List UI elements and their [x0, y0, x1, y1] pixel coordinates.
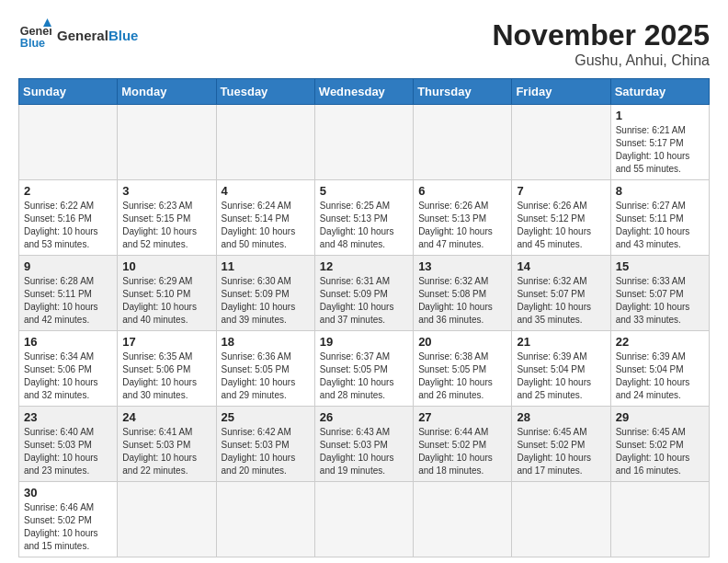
day-cell-27: 27Sunrise: 6:44 AMSunset: 5:02 PMDayligh… [414, 407, 512, 482]
day-info-21: Sunrise: 6:39 AMSunset: 5:04 PMDaylight:… [517, 350, 605, 402]
day-number-16: 16 [24, 335, 112, 349]
day-cell-30: 30Sunrise: 6:46 AMSunset: 5:02 PMDayligh… [19, 482, 118, 557]
day-number-26: 26 [320, 410, 408, 424]
day-number-23: 23 [24, 410, 112, 424]
day-cell-15: 15Sunrise: 6:33 AMSunset: 5:07 PMDayligh… [610, 256, 709, 331]
calendar: Sunday Monday Tuesday Wednesday Thursday… [18, 78, 710, 557]
day-cell-8: 8Sunrise: 6:27 AMSunset: 5:11 PMDaylight… [610, 180, 709, 256]
day-number-29: 29 [616, 410, 704, 424]
header-sunday: Sunday [19, 79, 118, 105]
svg-marker-2 [43, 18, 51, 27]
day-cell-12: 12Sunrise: 6:31 AMSunset: 5:09 PMDayligh… [314, 256, 413, 331]
day-info-2: Sunrise: 6:22 AMSunset: 5:16 PMDaylight:… [24, 200, 112, 251]
day-number-2: 2 [24, 184, 112, 198]
day-cell-10: 10Sunrise: 6:29 AMSunset: 5:10 PMDayligh… [118, 256, 216, 331]
header-saturday: Saturday [610, 79, 709, 105]
day-cell-13: 13Sunrise: 6:32 AMSunset: 5:08 PMDayligh… [414, 256, 512, 331]
day-info-25: Sunrise: 6:42 AMSunset: 5:03 PMDaylight:… [222, 426, 310, 477]
day-cell-3: 3Sunrise: 6:23 AMSunset: 5:15 PMDaylight… [118, 180, 216, 256]
day-cell-22: 22Sunrise: 6:39 AMSunset: 5:04 PMDayligh… [610, 331, 709, 407]
day-info-20: Sunrise: 6:38 AMSunset: 5:05 PMDaylight:… [418, 350, 506, 402]
day-info-10: Sunrise: 6:29 AMSunset: 5:10 PMDaylight:… [122, 275, 210, 327]
logo-text: GeneralBlue [57, 28, 138, 43]
day-info-7: Sunrise: 6:26 AMSunset: 5:12 PMDaylight:… [517, 200, 605, 251]
day-number-12: 12 [320, 259, 408, 273]
day-number-15: 15 [616, 259, 704, 273]
day-info-8: Sunrise: 6:27 AMSunset: 5:11 PMDaylight:… [616, 200, 704, 251]
logo: General Blue GeneralBlue [18, 18, 138, 52]
empty-cell [216, 482, 314, 557]
day-info-27: Sunrise: 6:44 AMSunset: 5:02 PMDaylight:… [418, 426, 506, 477]
day-info-15: Sunrise: 6:33 AMSunset: 5:07 PMDaylight:… [616, 275, 704, 327]
day-info-4: Sunrise: 6:24 AMSunset: 5:14 PMDaylight:… [222, 200, 310, 251]
day-number-24: 24 [122, 410, 210, 424]
day-info-22: Sunrise: 6:39 AMSunset: 5:04 PMDaylight:… [616, 350, 704, 402]
day-info-12: Sunrise: 6:31 AMSunset: 5:09 PMDaylight:… [320, 275, 408, 327]
day-number-19: 19 [320, 335, 408, 349]
day-number-20: 20 [418, 335, 506, 349]
empty-cell [610, 482, 709, 557]
calendar-row: 1Sunrise: 6:21 AMSunset: 5:17 PMDaylight… [19, 105, 710, 180]
day-number-4: 4 [222, 184, 310, 198]
title-area: November 2025 Gushu, Anhui, China [492, 18, 710, 69]
day-number-25: 25 [222, 410, 310, 424]
day-info-19: Sunrise: 6:37 AMSunset: 5:05 PMDaylight:… [320, 350, 408, 402]
calendar-row: 23Sunrise: 6:40 AMSunset: 5:03 PMDayligh… [19, 407, 710, 482]
day-number-5: 5 [320, 184, 408, 198]
day-number-21: 21 [517, 335, 605, 349]
day-info-18: Sunrise: 6:36 AMSunset: 5:05 PMDaylight:… [222, 350, 310, 402]
day-info-16: Sunrise: 6:34 AMSunset: 5:06 PMDaylight:… [24, 350, 112, 402]
day-info-14: Sunrise: 6:32 AMSunset: 5:07 PMDaylight:… [517, 275, 605, 327]
header: General Blue GeneralBlue November 2025 G… [18, 18, 710, 69]
empty-cell [118, 105, 216, 180]
day-info-26: Sunrise: 6:43 AMSunset: 5:03 PMDaylight:… [320, 426, 408, 477]
logo-icon: General Blue [18, 18, 51, 52]
day-cell-24: 24Sunrise: 6:41 AMSunset: 5:03 PMDayligh… [118, 407, 216, 482]
day-cell-2: 2Sunrise: 6:22 AMSunset: 5:16 PMDaylight… [19, 180, 118, 256]
day-number-30: 30 [24, 486, 112, 500]
location: Gushu, Anhui, China [492, 52, 710, 69]
day-cell-9: 9Sunrise: 6:28 AMSunset: 5:11 PMDaylight… [19, 256, 118, 331]
empty-cell [414, 482, 512, 557]
empty-cell [512, 105, 610, 180]
header-wednesday: Wednesday [314, 79, 413, 105]
day-info-29: Sunrise: 6:45 AMSunset: 5:02 PMDaylight:… [616, 426, 704, 477]
day-cell-20: 20Sunrise: 6:38 AMSunset: 5:05 PMDayligh… [414, 331, 512, 407]
empty-cell [118, 482, 216, 557]
day-cell-28: 28Sunrise: 6:45 AMSunset: 5:02 PMDayligh… [512, 407, 610, 482]
day-cell-26: 26Sunrise: 6:43 AMSunset: 5:03 PMDayligh… [314, 407, 413, 482]
day-info-1: Sunrise: 6:21 AMSunset: 5:17 PMDaylight:… [616, 124, 704, 176]
day-info-6: Sunrise: 6:26 AMSunset: 5:13 PMDaylight:… [418, 200, 506, 251]
calendar-row: 2Sunrise: 6:22 AMSunset: 5:16 PMDaylight… [19, 180, 710, 256]
day-number-6: 6 [418, 184, 506, 198]
day-cell-21: 21Sunrise: 6:39 AMSunset: 5:04 PMDayligh… [512, 331, 610, 407]
day-cell-29: 29Sunrise: 6:45 AMSunset: 5:02 PMDayligh… [610, 407, 709, 482]
day-info-30: Sunrise: 6:46 AMSunset: 5:02 PMDaylight:… [24, 501, 112, 553]
day-number-1: 1 [616, 109, 704, 122]
calendar-row: 9Sunrise: 6:28 AMSunset: 5:11 PMDaylight… [19, 256, 710, 331]
month-title: November 2025 [492, 18, 710, 52]
day-cell-23: 23Sunrise: 6:40 AMSunset: 5:03 PMDayligh… [19, 407, 118, 482]
day-cell-17: 17Sunrise: 6:35 AMSunset: 5:06 PMDayligh… [118, 331, 216, 407]
day-cell-1: 1Sunrise: 6:21 AMSunset: 5:17 PMDaylight… [610, 105, 709, 180]
day-number-9: 9 [24, 259, 112, 273]
calendar-row: 30Sunrise: 6:46 AMSunset: 5:02 PMDayligh… [19, 482, 710, 557]
day-info-24: Sunrise: 6:41 AMSunset: 5:03 PMDaylight:… [122, 426, 210, 477]
day-cell-18: 18Sunrise: 6:36 AMSunset: 5:05 PMDayligh… [216, 331, 314, 407]
day-info-17: Sunrise: 6:35 AMSunset: 5:06 PMDaylight:… [122, 350, 210, 402]
day-number-8: 8 [616, 184, 704, 198]
day-info-5: Sunrise: 6:25 AMSunset: 5:13 PMDaylight:… [320, 200, 408, 251]
day-number-18: 18 [222, 335, 310, 349]
day-number-13: 13 [418, 259, 506, 273]
day-cell-16: 16Sunrise: 6:34 AMSunset: 5:06 PMDayligh… [19, 331, 118, 407]
day-cell-6: 6Sunrise: 6:26 AMSunset: 5:13 PMDaylight… [414, 180, 512, 256]
day-number-27: 27 [418, 410, 506, 424]
day-info-3: Sunrise: 6:23 AMSunset: 5:15 PMDaylight:… [122, 200, 210, 251]
day-cell-5: 5Sunrise: 6:25 AMSunset: 5:13 PMDaylight… [314, 180, 413, 256]
header-monday: Monday [118, 79, 216, 105]
day-info-9: Sunrise: 6:28 AMSunset: 5:11 PMDaylight:… [24, 275, 112, 327]
day-cell-7: 7Sunrise: 6:26 AMSunset: 5:12 PMDaylight… [512, 180, 610, 256]
day-number-10: 10 [122, 259, 210, 273]
day-number-14: 14 [517, 259, 605, 273]
day-number-3: 3 [122, 184, 210, 198]
